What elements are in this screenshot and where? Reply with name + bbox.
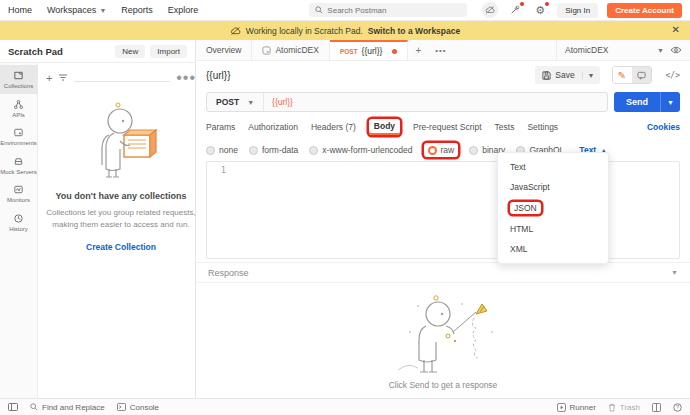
add-collection-icon[interactable]: +: [46, 72, 52, 84]
environment-eye-icon[interactable]: [670, 46, 682, 54]
sidebar-item-mock-servers[interactable]: Mock Servers: [0, 151, 38, 180]
radio-icon: [206, 146, 215, 155]
tab-body[interactable]: Body: [369, 119, 400, 135]
toggle-sidebar-icon[interactable]: [8, 403, 18, 411]
collections-panel: + •••: [38, 63, 204, 398]
nav-reports[interactable]: Reports: [121, 5, 153, 15]
send-response-illustration: [358, 292, 528, 378]
method-selector[interactable]: POST ▼: [207, 93, 264, 111]
two-pane-layout-icon[interactable]: [652, 403, 661, 412]
response-empty-caption: Click Send to get a response: [389, 380, 498, 390]
bodytype-x-www-form-urlencoded[interactable]: x-www-form-urlencoded: [309, 145, 412, 155]
tab-settings[interactable]: Settings: [527, 119, 558, 135]
sidebar-item-monitors[interactable]: Monitors: [0, 179, 38, 208]
radio-selected-icon: [428, 146, 437, 155]
tab-tests[interactable]: Tests: [495, 119, 515, 135]
svg-text:?: ?: [676, 404, 679, 410]
radio-icon: [309, 146, 318, 155]
offline-cloud-icon[interactable]: [482, 2, 498, 18]
cookies-link[interactable]: Cookies: [647, 122, 680, 132]
trash-button[interactable]: Trash: [608, 403, 640, 412]
scratchpad-banner: Working locally in Scratch Pad. Switch t…: [0, 21, 690, 40]
find-and-replace-button[interactable]: Find and Replace: [30, 403, 105, 412]
help-icon[interactable]: ?: [673, 403, 682, 412]
filter-icon[interactable]: [58, 74, 68, 82]
notification-dot: [520, 2, 524, 6]
top-nav: Home Workspaces▼ Reports Explore ⚙ Sign …: [0, 0, 690, 21]
new-button[interactable]: New: [115, 45, 145, 58]
tab-params[interactable]: Params: [206, 119, 235, 135]
collapse-response-icon[interactable]: ▼: [671, 269, 678, 276]
radio-icon: [469, 146, 478, 155]
comment-icon[interactable]: [632, 67, 651, 83]
response-header: Response ▼: [196, 262, 690, 283]
response-label: Response: [208, 268, 671, 278]
search-icon: [315, 6, 323, 14]
monitors-icon: [13, 184, 24, 195]
request-config-tabs: Params Authorization Headers (7) Body Pr…: [196, 115, 690, 139]
send-button[interactable]: Send ▼: [614, 92, 680, 112]
settings-gear-icon[interactable]: ⚙: [532, 2, 548, 18]
cloud-warning-icon: [230, 27, 241, 35]
chevron-down-icon: ▼: [247, 99, 254, 106]
chevron-down-icon[interactable]: ▼: [657, 47, 664, 54]
environment-selector[interactable]: AtomicDEX: [565, 45, 651, 55]
menu-item-javascript[interactable]: JavaScript: [498, 177, 608, 197]
url-row: POST ▼ Send ▼: [196, 89, 690, 115]
body-type-row: none form-data x-www-form-urlencoded raw…: [196, 139, 690, 161]
workbench: Overview AtomicDEX POST {{url}} + ••• At…: [196, 40, 690, 398]
save-options-chevron-icon[interactable]: ▼: [582, 72, 600, 79]
collections-icon: [13, 70, 24, 81]
request-header: {{url}} Save ▼ ✎ </>: [196, 61, 690, 89]
mock-servers-icon: [13, 156, 24, 167]
tab-options-icon[interactable]: •••: [428, 40, 453, 60]
close-icon[interactable]: ✕: [672, 24, 680, 35]
bodytype-raw[interactable]: raw: [424, 143, 459, 157]
tab-request-active[interactable]: POST {{url}}: [330, 40, 409, 60]
history-icon: [13, 213, 24, 224]
sidebar-item-history[interactable]: History: [0, 208, 38, 237]
menu-item-text[interactable]: Text: [498, 157, 608, 177]
more-options-icon[interactable]: •••: [176, 69, 196, 87]
sidebar-item-collections[interactable]: Collections: [0, 65, 38, 94]
send-options-chevron-icon[interactable]: ▼: [660, 92, 680, 112]
radio-icon: [249, 146, 258, 155]
empty-collections-description: Collections let you group related reques…: [46, 207, 196, 230]
sidebar-item-environments[interactable]: Environments: [0, 122, 38, 151]
tab-headers[interactable]: Headers (7): [311, 119, 356, 135]
bodytype-form-data[interactable]: form-data: [249, 145, 298, 155]
nav-workspaces[interactable]: Workspaces▼: [47, 5, 106, 15]
edit-pencil-icon[interactable]: ✎: [613, 67, 632, 83]
tab-overview[interactable]: Overview: [196, 40, 252, 60]
runner-button[interactable]: Runner: [557, 403, 596, 412]
bodytype-none[interactable]: none: [206, 145, 238, 155]
nav-home[interactable]: Home: [8, 5, 32, 15]
sign-in-button[interactable]: Sign In: [557, 3, 598, 18]
create-collection-link[interactable]: Create Collection: [86, 242, 156, 252]
code-snippet-icon[interactable]: </>: [666, 71, 680, 80]
menu-item-xml[interactable]: XML: [498, 239, 608, 259]
sidebar-item-apis[interactable]: APIs: [0, 94, 38, 123]
menu-item-html[interactable]: HTML: [498, 219, 608, 239]
whats-new-icon[interactable]: [507, 2, 523, 18]
nav-explore[interactable]: Explore: [168, 5, 199, 15]
tab-pre-request-script[interactable]: Pre-request Script: [413, 119, 482, 135]
new-tab-button[interactable]: +: [408, 40, 428, 60]
request-tabbar: Overview AtomicDEX POST {{url}} + ••• At…: [196, 40, 690, 61]
import-button[interactable]: Import: [150, 45, 187, 58]
search-box[interactable]: [309, 3, 467, 17]
save-icon: [542, 71, 551, 80]
environments-icon: [13, 127, 24, 138]
tab-authorization[interactable]: Authorization: [248, 119, 298, 135]
console-button[interactable]: Console: [117, 403, 159, 412]
url-input[interactable]: [264, 93, 607, 111]
search-input[interactable]: [327, 6, 437, 15]
tab-collection[interactable]: AtomicDEX: [252, 40, 329, 60]
sidebar-rail: Collections APIs Environments Mock Serve…: [0, 63, 38, 398]
create-account-button[interactable]: Create Account: [607, 3, 682, 18]
switch-workspace-link[interactable]: Switch to a Workspace: [368, 26, 460, 36]
empty-collections-illustration: [76, 97, 166, 183]
save-button[interactable]: Save ▼: [535, 66, 599, 84]
apis-icon: [13, 99, 24, 110]
menu-item-json[interactable]: JSON: [498, 197, 608, 219]
